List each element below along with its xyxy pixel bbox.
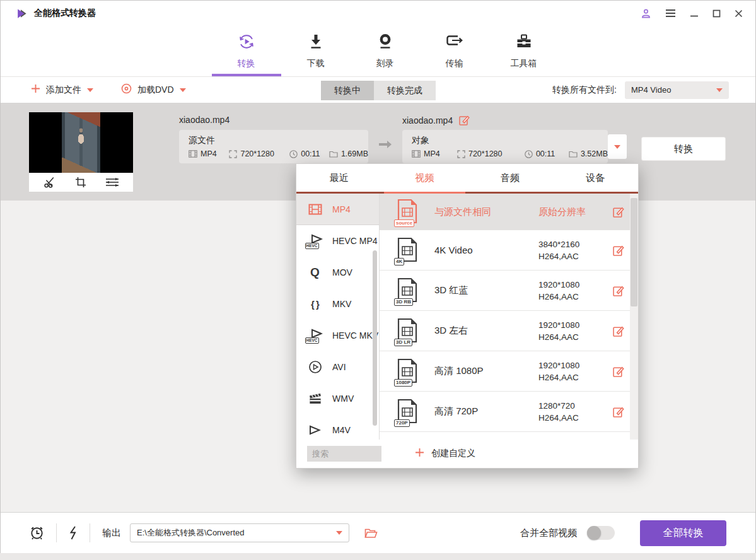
crop-icon[interactable] [75,177,86,188]
duration-icon [525,150,533,158]
merge-videos-label: 合并全部视频 [520,527,577,539]
preset-row-3d-rb[interactable]: 3D RB 3D 红蓝 1920*1080H264,AAC [380,271,630,311]
tab-converting[interactable]: 转换中 [321,81,374,100]
duration-icon [289,150,298,158]
chevron-down-icon [716,88,723,92]
preset-row-1080p[interactable]: 1080P 高清 1080P 1920*1080H264,AAC [380,351,630,392]
format-icon [189,150,197,158]
bottom-bar: 输出 E:\全能格式转换器\Converted 合并全部视频 全部转换 [1,512,755,553]
open-folder-icon[interactable] [364,528,378,539]
format-item-mov[interactable]: Q MOV [296,257,379,288]
edit-preset-icon[interactable] [613,366,624,377]
convert-all-to-label: 转换所有文件到: [552,85,617,96]
nav-tab-label: 刻录 [376,58,394,69]
nav-tab-label: 工具箱 [511,58,537,69]
burn-disc-icon [377,33,393,53]
format-item-mp4[interactable]: MP4 [296,194,379,225]
load-dvd-button[interactable]: 加载DVD [121,83,186,96]
nav-tab-label: 转换 [238,58,255,69]
tab-device[interactable]: 设备 [553,164,639,192]
main-nav: 转换 下载 刻录 传 [1,26,755,76]
high-speed-icon[interactable] [69,526,78,540]
hevc-mp4-icon: HEVC [306,234,323,248]
tab-audio[interactable]: 音频 [467,164,553,192]
target-format-dropdown-button[interactable] [608,134,627,159]
format-item-hevc-mkv[interactable]: HEVC HEVC MKV [296,320,379,351]
format-picker-popup: 最近 视频 音频 设备 MP4 HEVC HEVC MP4 [296,163,639,469]
target-info-box: 对象 MP4 720*1280 00:11 3.52MB [402,130,608,163]
preset-row-same-as-source[interactable]: source 与源文件相同 原始分辨率 [380,194,630,230]
source-box-title: 源文件 [189,135,368,146]
toggle-knob [587,526,601,540]
active-tab-underline [212,74,281,76]
format-item-hevc-mp4[interactable]: HEVC HEVC MP4 [296,225,379,257]
convert-button[interactable]: 转换 [641,137,726,161]
toolbar: 添加文件 加载DVD 转换中 转换完成 转换所有文件到: MP4 Video [1,76,755,103]
trim-icon[interactable] [44,177,56,188]
video-file-icon: 3D LR [397,318,419,344]
merge-videos-toggle[interactable] [587,526,615,540]
account-icon[interactable] [641,8,651,19]
effects-icon[interactable] [105,177,119,187]
nav-tab-toolbox[interactable]: 工具箱 [489,26,559,76]
chevron-down-icon [614,145,620,149]
close-icon[interactable] [735,9,743,18]
hevc-mkv-icon: HEVC [306,329,323,342]
download-icon [308,33,324,53]
scrollbar-thumb[interactable] [631,198,637,306]
convert-all-button[interactable]: 全部转换 [640,520,726,546]
nav-tab-convert[interactable]: 转换 [212,26,281,76]
format-icon [412,150,421,158]
edit-preset-icon[interactable] [613,406,624,417]
create-custom-button[interactable]: 创建自定义 [415,448,475,459]
maximize-icon[interactable] [712,9,721,18]
divider [90,523,90,542]
schedule-icon[interactable] [30,525,44,540]
video-thumbnail-card [29,112,133,192]
edit-preset-icon[interactable] [613,245,624,256]
preset-list-scrollbar[interactable] [630,194,638,440]
output-label: 输出 [102,527,121,539]
edit-preset-icon[interactable] [613,325,624,337]
format-list-scrollbar[interactable] [373,250,377,426]
format-item-wmv[interactable]: WMV [296,383,379,414]
avi-icon [306,360,323,374]
nav-tab-transfer[interactable]: 传输 [420,26,489,76]
tab-finished[interactable]: 转换完成 [374,81,436,100]
preset-row-720p[interactable]: 720P 高清 720P 1280*720H264,AAC [380,392,630,432]
dvd-icon [121,83,132,96]
video-file-icon: 720P [397,399,419,425]
convert-all-format-select[interactable]: MP4 Video [625,81,729,99]
convert-icon [238,33,255,53]
edit-preset-icon[interactable] [613,206,624,218]
minimize-icon[interactable] [690,9,699,17]
preset-row-3d-lr[interactable]: 3D LR 3D 左右 1920*1080H264,AAC [380,311,630,351]
tab-recent[interactable]: 最近 [296,164,382,192]
preset-row-4k[interactable]: 4K 4K Video 3840*2160H264,AAC [380,230,630,271]
rename-icon[interactable] [459,115,470,125]
nav-tab-label: 传输 [446,58,463,69]
output-path-select[interactable]: E:\全能格式转换器\Converted [130,523,349,542]
menu-icon[interactable] [665,9,676,18]
wmv-icon [306,392,323,405]
nav-tab-burn[interactable]: 刻录 [351,26,420,76]
format-item-m4v[interactable]: M4V [296,414,379,440]
add-file-button[interactable]: 添加文件 [31,84,93,96]
nav-tab-download[interactable]: 下载 [281,26,351,76]
plus-icon [31,84,40,96]
video-frame-image [62,112,100,173]
format-item-avi[interactable]: AVI [296,351,379,383]
video-thumbnail [29,112,133,173]
toolbox-icon [515,33,533,53]
divider [56,523,57,542]
target-box-title: 对象 [412,135,608,146]
search-input[interactable] [307,446,381,462]
tab-video[interactable]: 视频 [382,164,468,192]
edit-preset-icon[interactable] [613,285,624,296]
plus-icon [415,448,424,459]
chevron-down-icon [180,88,186,92]
video-file-icon: 3D RB [397,277,419,304]
preset-list: source 与源文件相同 原始分辨率 4K 4K Video [380,194,638,440]
mov-icon: Q [306,265,323,279]
format-item-mkv[interactable]: { } MKV [296,288,379,320]
